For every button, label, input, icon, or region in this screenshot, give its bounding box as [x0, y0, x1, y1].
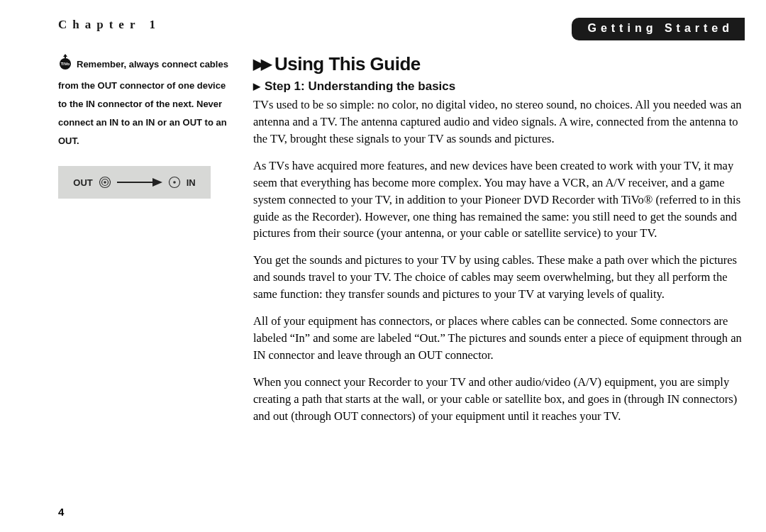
paragraph: All of your equipment has connectors, or… [253, 313, 745, 364]
svg-marker-7 [152, 178, 162, 187]
sidenote: TiVo Remember, always connect cables fro… [58, 53, 235, 150]
title-text: Using This Guide [274, 53, 421, 74]
sidebar: TiVo Remember, always connect cables fro… [58, 53, 253, 199]
step-heading: ▶Step 1: Understanding the basics [253, 79, 745, 94]
section-tab: Getting Started [572, 18, 745, 40]
header: Chapter 1 Getting Started [0, 0, 766, 40]
svg-rect-0 [65, 56, 66, 58]
paragraph: TVs used to be so simple: no color, no d… [253, 96, 745, 148]
double-arrow-icon: ▶▶ [253, 56, 269, 72]
page: Chapter 1 Getting Started TiVo Remember,… [0, 0, 766, 532]
svg-text:TiVo: TiVo [61, 62, 70, 66]
svg-point-5 [104, 181, 106, 184]
body: TiVo Remember, always connect cables fro… [0, 40, 766, 435]
chapter-label: Chapter 1 [58, 18, 161, 32]
paragraph: When you connect your Recorder to your T… [253, 374, 745, 425]
out-label: OUT [73, 177, 92, 188]
in-label: IN [187, 177, 196, 188]
out-in-diagram: OUT IN [58, 166, 211, 199]
in-connector-icon [168, 176, 181, 189]
tivo-icon: TiVo [58, 53, 72, 77]
paragraph: You get the sounds and pictures to your … [253, 252, 745, 303]
arrow-icon [117, 177, 162, 187]
subtitle-text: Step 1: Understanding the basics [265, 79, 455, 93]
out-connector-icon [99, 176, 111, 189]
page-title: ▶▶Using This Guide [253, 53, 745, 75]
main-content: ▶▶Using This Guide ▶Step 1: Understandin… [253, 53, 745, 435]
arrow-icon: ▶ [253, 81, 260, 92]
paragraph: As TVs have acquired more features, and … [253, 157, 745, 243]
page-number: 4 [58, 506, 64, 518]
svg-point-9 [173, 181, 176, 184]
sidenote-text: Remember, always connect cables from the… [58, 59, 228, 146]
